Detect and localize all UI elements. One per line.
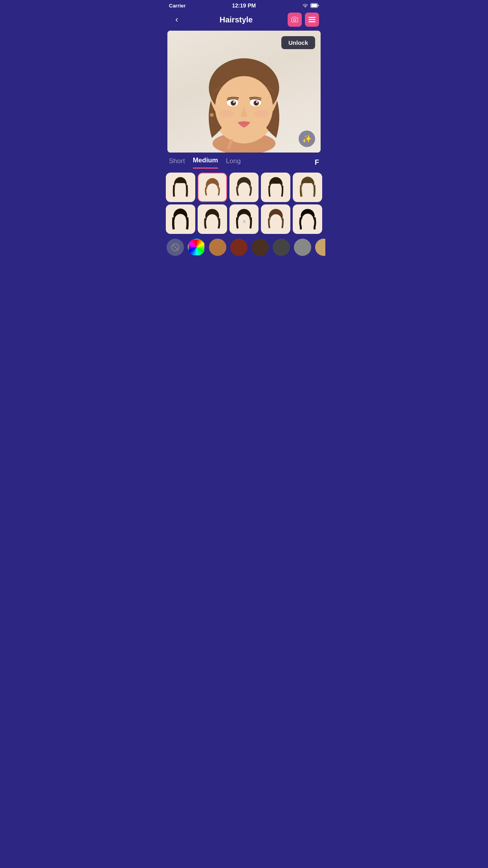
svg-point-41 xyxy=(270,214,281,226)
no-color-icon xyxy=(171,243,180,252)
svg-point-17 xyxy=(253,101,259,106)
hairstyle-thumbnail-8 xyxy=(233,208,255,230)
color-picker xyxy=(163,234,325,262)
color-swatch-brown-light[interactable] xyxy=(209,239,226,256)
wifi-icon xyxy=(302,3,308,8)
svg-point-32 xyxy=(302,182,313,193)
list-button[interactable] xyxy=(305,13,319,27)
hairstyle-thumbnail-9 xyxy=(265,208,287,230)
hairstyle-thumbnail-7 xyxy=(201,208,223,230)
camera-icon xyxy=(291,17,298,23)
header: ‹ Hairstyle xyxy=(163,10,325,31)
page-title: Hairstyle xyxy=(185,15,288,24)
svg-point-43 xyxy=(302,214,313,225)
svg-point-38 xyxy=(238,214,250,225)
hairstyle-item-6[interactable] xyxy=(166,204,195,234)
hairstyle-thumbnail-6 xyxy=(169,208,191,230)
hairstyle-thumbnail-5 xyxy=(297,176,319,198)
tab-long[interactable]: Long xyxy=(226,157,241,168)
hairstyle-item-3[interactable] xyxy=(229,173,259,202)
hairstyle-thumbnail-4 xyxy=(265,176,287,198)
hairstyle-item-7[interactable] xyxy=(198,204,227,234)
unlock-button[interactable]: Unlock xyxy=(281,36,315,49)
hairstyles-grid-row2 xyxy=(163,202,325,234)
status-icons xyxy=(302,3,319,8)
status-bar: Carrier 12:19 PM xyxy=(163,0,325,10)
color-swatch-tan[interactable] xyxy=(315,239,325,256)
hairstyle-thumbnail-3 xyxy=(233,176,255,198)
time-label: 12:19 PM xyxy=(232,2,256,9)
color-swatch-red-brown[interactable] xyxy=(230,239,248,256)
svg-point-19 xyxy=(256,101,258,103)
list-icon xyxy=(308,17,316,22)
hairstyle-thumbnail-1 xyxy=(169,176,191,198)
back-button[interactable]: ‹ xyxy=(169,13,185,26)
magic-wand-icon: ✨ xyxy=(302,134,312,143)
svg-point-22 xyxy=(210,113,213,117)
hairstyle-item-5[interactable] xyxy=(293,173,322,202)
svg-rect-5 xyxy=(308,21,316,22)
svg-rect-1 xyxy=(311,4,317,7)
magic-wand-button[interactable]: ✨ xyxy=(299,131,315,147)
carrier-label: Carrier xyxy=(169,3,186,9)
tab-medium[interactable]: Medium xyxy=(193,156,218,169)
hairstyle-thumbnail-2 xyxy=(202,177,223,198)
battery-icon xyxy=(310,3,319,8)
svg-point-18 xyxy=(233,101,235,103)
tabs: Short Medium Long xyxy=(169,156,241,169)
main-image-area: Unlock ✨ xyxy=(167,31,321,153)
hairstyle-thumbnail-10 xyxy=(297,208,319,230)
hairstyle-item-1[interactable] xyxy=(166,173,195,202)
color-swatch-dark-gray[interactable] xyxy=(273,239,290,256)
header-actions xyxy=(288,13,319,27)
svg-point-28 xyxy=(238,182,250,194)
svg-point-16 xyxy=(231,101,236,106)
color-swatch-rainbow[interactable] xyxy=(188,239,205,256)
svg-point-20 xyxy=(219,110,234,118)
color-swatch-dark-brown[interactable] xyxy=(251,239,269,256)
hairstyle-item-4[interactable] xyxy=(261,173,290,202)
hairstyle-item-2[interactable] xyxy=(198,173,227,202)
hairstyle-item-9[interactable] xyxy=(261,204,290,234)
svg-rect-4 xyxy=(308,19,316,20)
color-swatch-none[interactable] xyxy=(167,239,184,256)
svg-rect-39 xyxy=(243,220,245,223)
svg-line-45 xyxy=(172,245,178,250)
tabs-container: Short Medium Long F xyxy=(163,153,325,169)
color-swatch-gray[interactable] xyxy=(294,239,311,256)
filter-button[interactable]: F xyxy=(315,158,319,167)
tab-short[interactable]: Short xyxy=(169,157,185,168)
svg-point-36 xyxy=(207,214,218,226)
hairstyle-item-8[interactable] xyxy=(229,204,259,234)
svg-rect-3 xyxy=(308,17,316,18)
svg-point-2 xyxy=(294,19,296,21)
svg-point-34 xyxy=(175,214,186,225)
svg-point-21 xyxy=(254,110,269,118)
svg-point-26 xyxy=(207,184,218,194)
camera-button[interactable] xyxy=(288,13,302,27)
hairstyle-item-10[interactable] xyxy=(293,204,322,234)
hairstyles-grid-row1 xyxy=(163,169,325,202)
